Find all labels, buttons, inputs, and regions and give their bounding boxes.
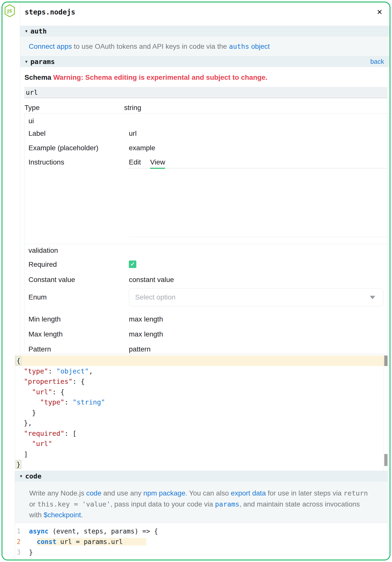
page-title: steps.nodejs xyxy=(20,2,390,16)
auth-description-row: Connect apps to use OAuth tokens and API… xyxy=(20,36,390,56)
tab-edit[interactable]: Edit xyxy=(129,158,141,168)
titlebar: steps.nodejs ✕ xyxy=(20,2,390,26)
required-row: Required ✓ xyxy=(28,260,387,268)
code-line[interactable]: 1async (event, steps, params) => { xyxy=(15,526,388,536)
instructions-view-area[interactable] xyxy=(129,168,387,237)
enum-row: Enum Select option xyxy=(28,288,383,306)
tab-view[interactable]: View xyxy=(150,158,165,169)
auth-description-text: to use OAuth tokens and API keys in code… xyxy=(72,42,229,50)
pattern-label: Pattern xyxy=(28,345,129,353)
code-line[interactable]: ] xyxy=(15,449,388,460)
code-description: Write any Node.js code and use any npm p… xyxy=(15,482,388,523)
code-line[interactable]: "type": "object", xyxy=(15,366,388,376)
scrollbar-corner xyxy=(384,454,388,466)
min-length-row: Min length max length xyxy=(28,315,387,323)
desc-text: with xyxy=(29,511,44,519)
schema-warning-text: Warning: Schema editing is experimental … xyxy=(53,74,267,81)
return-code-text: return xyxy=(344,489,368,497)
ui-group-label: ui xyxy=(28,117,387,125)
enum-label: Enum xyxy=(28,293,129,301)
code-link[interactable]: code xyxy=(86,489,101,497)
params-section-label: params xyxy=(30,58,55,66)
validation-divider xyxy=(24,244,387,244)
line-number: 2 xyxy=(15,536,29,547)
scrollbar-thumb[interactable] xyxy=(384,356,388,366)
schema-json-editor[interactable]: { "type": "object", "properties": { "url… xyxy=(15,354,388,471)
svg-text:JS: JS xyxy=(7,8,12,14)
checkpoint-link[interactable]: $checkpoint xyxy=(44,511,81,519)
code-line[interactable]: "properties": { xyxy=(15,376,388,387)
params-body: Schema Warning: Schema editing is experi… xyxy=(20,74,390,354)
line-number: 3 xyxy=(15,547,29,558)
label-label: Label xyxy=(28,130,129,138)
code-line[interactable]: } xyxy=(15,408,388,418)
nodejs-code-editor[interactable]: 1async (event, steps, params) => {2 cons… xyxy=(15,523,388,562)
constant-value-field[interactable]: constant value xyxy=(129,276,174,284)
npm-package-link[interactable]: npm package xyxy=(143,489,185,497)
max-length-field[interactable]: max length xyxy=(129,330,163,338)
instructions-label: Instructions xyxy=(28,158,129,166)
label-value-field[interactable]: url xyxy=(129,130,137,138)
code-line[interactable]: } xyxy=(15,459,388,470)
auths-object-link[interactable]: object xyxy=(249,42,270,50)
required-label: Required xyxy=(28,260,129,268)
code-line[interactable]: "url": { xyxy=(15,387,388,397)
max-length-row: Max length max length xyxy=(28,330,387,338)
desc-text: for use in later steps via xyxy=(266,489,343,497)
pattern-field[interactable]: pattern xyxy=(129,345,151,353)
schema-editor-box: ui Label url Example (placeholder) examp… xyxy=(24,113,388,354)
section-header-auth[interactable]: ▼ auth xyxy=(20,26,390,36)
min-length-field[interactable]: max length xyxy=(129,315,163,323)
desc-text: , pass input data to your code via xyxy=(110,500,215,508)
type-label: Type xyxy=(24,104,124,112)
code-line[interactable]: 3} xyxy=(15,547,388,558)
section-header-code[interactable]: ▼ code xyxy=(15,471,388,482)
required-checkbox[interactable]: ✓ xyxy=(129,260,136,268)
collapse-triangle-icon: ▼ xyxy=(24,29,28,33)
collapse-triangle-icon: ▼ xyxy=(19,474,23,478)
code-line[interactable]: "required": [ xyxy=(15,428,388,439)
desc-text: and use any xyxy=(101,489,143,497)
code-line[interactable]: "url" xyxy=(15,438,388,449)
line-number: 1 xyxy=(15,526,29,536)
enum-select-placeholder: Select option xyxy=(135,293,176,301)
code-line[interactable]: }, xyxy=(15,418,388,428)
thiskey-code-text: this.key = 'value' xyxy=(37,500,111,508)
schema-heading: Schema xyxy=(24,74,51,81)
constant-value-row: Constant value constant value xyxy=(28,276,387,284)
example-row: Example (placeholder) example xyxy=(28,144,387,152)
export-data-link[interactable]: export data xyxy=(231,489,266,497)
params-link[interactable]: params xyxy=(215,500,239,508)
code-line[interactable]: 2 const url = params.url xyxy=(15,536,388,547)
desc-text: . You can also xyxy=(185,489,231,497)
back-link[interactable]: back xyxy=(370,58,384,66)
desc-text: . xyxy=(81,511,83,519)
max-length-label: Max length xyxy=(28,330,129,338)
label-row: Label url xyxy=(28,130,387,138)
code-line[interactable]: { xyxy=(15,356,388,366)
auth-section-label: auth xyxy=(30,27,47,35)
json-editor-scrollbar[interactable] xyxy=(384,355,388,471)
type-row: Type string xyxy=(24,104,390,112)
code-section-label: code xyxy=(25,472,41,480)
close-icon[interactable]: ✕ xyxy=(377,8,383,16)
instructions-row: Instructions Edit View xyxy=(28,158,387,168)
chevron-down-icon xyxy=(370,296,375,299)
pattern-row: Pattern pattern xyxy=(28,345,387,353)
example-value-field[interactable]: example xyxy=(129,144,155,152)
section-header-params[interactable]: ▼ params back xyxy=(20,56,390,67)
constant-value-label: Constant value xyxy=(28,276,129,284)
instructions-tabs: Edit View xyxy=(129,158,387,168)
desc-text: Write any Node.js xyxy=(29,489,86,497)
code-line[interactable]: "type": "string" xyxy=(15,397,388,408)
nodejs-logo-icon: JS xyxy=(4,4,16,18)
type-value[interactable]: string xyxy=(124,104,141,112)
collapse-triangle-icon: ▼ xyxy=(24,60,28,64)
desc-text: or xyxy=(29,500,37,508)
connect-apps-link[interactable]: Connect apps xyxy=(29,42,72,50)
param-name-input[interactable]: url xyxy=(24,87,388,98)
enum-select[interactable]: Select option xyxy=(129,288,383,306)
example-label: Example (placeholder) xyxy=(28,144,129,152)
auths-code-link[interactable]: auths xyxy=(229,42,249,50)
desc-text: , and maintain state across invocations xyxy=(239,500,360,508)
